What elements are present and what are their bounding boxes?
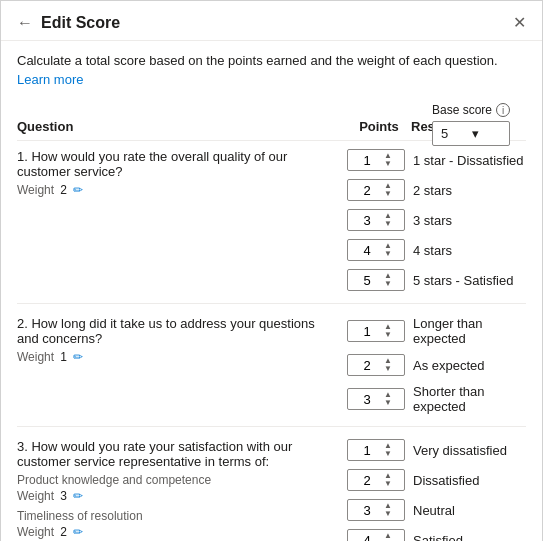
base-score-label: Base score i: [432, 103, 510, 117]
top-area: Calculate a total score based on the poi…: [17, 53, 526, 113]
weight-value: 1: [60, 350, 67, 364]
points-input-2-2: ▲▼: [347, 354, 405, 376]
response-text-1-1: 1 star - Dissatisfied: [413, 153, 526, 168]
score-row-1-1: ▲▼1 star - Dissatisfied: [347, 149, 526, 171]
sub-item-label-3-2: Timeliness of resolution: [17, 509, 339, 523]
points-input-3-3: ▲▼: [347, 499, 405, 521]
edit-weight-icon[interactable]: ✏: [73, 183, 83, 197]
base-score-info-icon[interactable]: i: [496, 103, 510, 117]
question-text-2: 2. How long did it take us to address yo…: [17, 316, 339, 346]
weight-row-2: Weight1✏: [17, 350, 339, 364]
panel-header: ← Edit Score ✕: [1, 1, 542, 41]
spin-down-icon[interactable]: ▼: [384, 280, 392, 288]
response-text-2-2: As expected: [413, 358, 526, 373]
weight-label: Weight: [17, 525, 54, 539]
panel-body: Calculate a total score based on the poi…: [1, 41, 542, 541]
close-button[interactable]: ✕: [513, 13, 526, 32]
weight-label: Weight: [17, 489, 54, 503]
score-row-1-4: ▲▼4 stars: [347, 239, 526, 261]
points-field-1-2[interactable]: [352, 183, 382, 198]
spin-down-icon[interactable]: ▼: [384, 220, 392, 228]
question-block-2: 2. How long did it take us to address yo…: [17, 316, 526, 427]
sub-item-label-3-1: Product knowledge and competence: [17, 473, 339, 487]
points-input-1-1: ▲▼: [347, 149, 405, 171]
spin-down-icon[interactable]: ▼: [384, 480, 392, 488]
panel-title: Edit Score: [41, 14, 120, 32]
weight-value: 2: [60, 525, 67, 539]
score-row-1-3: ▲▼3 stars: [347, 209, 526, 231]
points-field-3-1[interactable]: [352, 443, 382, 458]
points-field-2-3[interactable]: [352, 392, 382, 407]
back-button[interactable]: ←: [17, 14, 33, 32]
spin-down-icon[interactable]: ▼: [384, 450, 392, 458]
weight-row-1: Weight2✏: [17, 183, 339, 197]
spin-down-icon[interactable]: ▼: [384, 399, 392, 407]
response-text-3-3: Neutral: [413, 503, 526, 518]
points-field-3-4[interactable]: [352, 533, 382, 542]
base-score-value: 5: [441, 126, 448, 141]
weight-row-3-2: Weight2✏: [17, 525, 339, 539]
response-text-2-1: Longer than expected: [413, 316, 526, 346]
weight-label: Weight: [17, 183, 54, 197]
col-question-header: Question: [17, 119, 347, 134]
edit-weight-icon[interactable]: ✏: [73, 489, 83, 503]
weight-value: 3: [60, 489, 67, 503]
response-text-3-4: Satisfied: [413, 533, 526, 542]
edit-score-panel: ← Edit Score ✕ Calculate a total score b…: [0, 0, 543, 541]
points-input-2-1: ▲▼: [347, 320, 405, 342]
section-divider: [17, 426, 526, 427]
score-row-2-2: ▲▼As expected: [347, 354, 526, 376]
question-block-1: 1. How would you rate the overall qualit…: [17, 149, 526, 304]
score-row-1-2: ▲▼2 stars: [347, 179, 526, 201]
edit-weight-icon[interactable]: ✏: [73, 525, 83, 539]
score-row-2-3: ▲▼Shorter than expected: [347, 384, 526, 414]
questions-container: 1. How would you rate the overall qualit…: [17, 149, 526, 541]
score-row-3-4: ▲▼Satisfied: [347, 529, 526, 541]
points-input-2-3: ▲▼: [347, 388, 405, 410]
section-divider: [17, 303, 526, 304]
score-row-3-1: ▲▼Very dissatisfied: [347, 439, 526, 461]
points-field-2-1[interactable]: [352, 324, 382, 339]
points-field-3-2[interactable]: [352, 473, 382, 488]
score-row-1-5: ▲▼5 stars - Satisfied: [347, 269, 526, 291]
points-field-1-3[interactable]: [352, 213, 382, 228]
response-text-2-3: Shorter than expected: [413, 384, 526, 414]
points-input-1-2: ▲▼: [347, 179, 405, 201]
weight-label: Weight: [17, 350, 54, 364]
points-input-1-5: ▲▼: [347, 269, 405, 291]
learn-more-link[interactable]: Learn more: [17, 72, 83, 87]
response-text-1-4: 4 stars: [413, 243, 526, 258]
points-input-3-4: ▲▼: [347, 529, 405, 541]
points-field-1-1[interactable]: [352, 153, 382, 168]
weight-value: 2: [60, 183, 67, 197]
points-input-3-1: ▲▼: [347, 439, 405, 461]
points-input-3-2: ▲▼: [347, 469, 405, 491]
chevron-down-icon: ▾: [472, 126, 479, 141]
description-main: Calculate a total score based on the poi…: [17, 53, 498, 68]
edit-weight-icon[interactable]: ✏: [73, 350, 83, 364]
spin-down-icon[interactable]: ▼: [384, 510, 392, 518]
response-text-3-1: Very dissatisfied: [413, 443, 526, 458]
spin-down-icon[interactable]: ▼: [384, 331, 392, 339]
question-text-3: 3. How would you rate your satisfaction …: [17, 439, 339, 469]
spin-down-icon[interactable]: ▼: [384, 160, 392, 168]
points-field-3-3[interactable]: [352, 503, 382, 518]
response-text-1-5: 5 stars - Satisfied: [413, 273, 526, 288]
points-input-1-3: ▲▼: [347, 209, 405, 231]
description-text: Calculate a total score based on the poi…: [17, 53, 526, 87]
spin-down-icon[interactable]: ▼: [384, 190, 392, 198]
score-row-2-1: ▲▼Longer than expected: [347, 316, 526, 346]
score-row-3-2: ▲▼Dissatisfied: [347, 469, 526, 491]
points-field-1-5[interactable]: [352, 273, 382, 288]
points-field-2-2[interactable]: [352, 358, 382, 373]
spin-down-icon[interactable]: ▼: [384, 250, 392, 258]
response-text-3-2: Dissatisfied: [413, 473, 526, 488]
question-text-1: 1. How would you rate the overall qualit…: [17, 149, 339, 179]
spin-down-icon[interactable]: ▼: [384, 365, 392, 373]
base-score-section: Base score i 5 ▾: [432, 103, 510, 146]
base-score-select[interactable]: 5 ▾: [432, 121, 510, 146]
col-points-header: Points: [347, 119, 411, 134]
score-row-3-3: ▲▼Neutral: [347, 499, 526, 521]
weight-row-3-1: Weight3✏: [17, 489, 339, 503]
points-field-1-4[interactable]: [352, 243, 382, 258]
